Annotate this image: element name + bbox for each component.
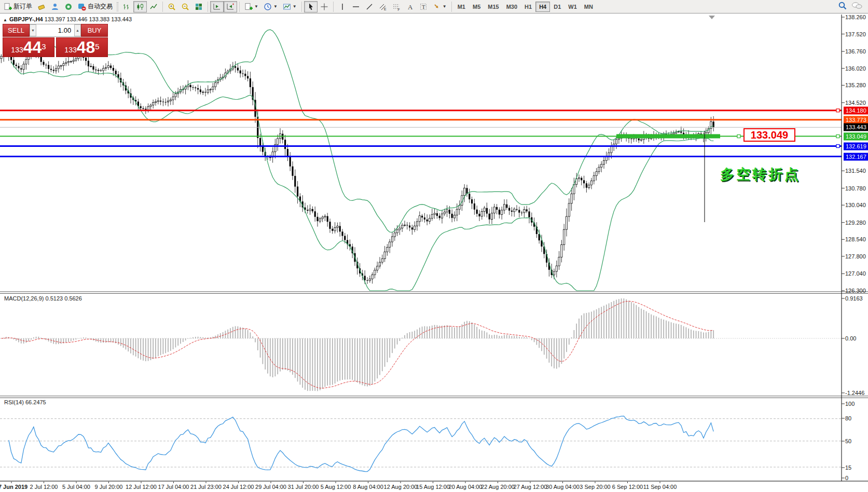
new-order-label: 新订单 [13, 2, 32, 11]
timeframe-m1-button[interactable]: M1 [454, 2, 469, 12]
date-tick-label: 15 Aug 12:00 [416, 484, 450, 490]
crosshair-icon [320, 3, 328, 11]
date-tick-label: 9 Jul 20:00 [95, 484, 123, 490]
chart-window[interactable]: ▲GBPJPY-,H4 133.397 133.446 133.383 133.… [0, 13, 868, 492]
main-toolbar: 新订单 自动交易 ▼ ▼ [0, 0, 868, 13]
timeframe-h1-button[interactable]: H1 [521, 2, 535, 12]
timeframe-h4-button[interactable]: H4 [535, 2, 550, 12]
price-tick-label: 137.520 [845, 31, 866, 37]
chevron-down-icon: ▼ [293, 4, 297, 9]
chat-icon[interactable] [851, 1, 863, 12]
rsi-tick-label: 100 [845, 401, 855, 407]
tile-windows-icon [195, 3, 203, 11]
bar-chart-icon [122, 3, 131, 11]
text-label-button[interactable]: T [417, 1, 430, 12]
price-tick-label: 128.540 [845, 236, 866, 242]
timeframe-m15-button[interactable]: M15 [484, 2, 502, 12]
macd-tick-label: -1.2446 [845, 390, 864, 396]
cursor-button[interactable] [304, 1, 318, 12]
rsi-tick-label: 50 [845, 438, 851, 444]
macd-histogram [1, 298, 713, 391]
sell-button[interactable]: SELL [3, 24, 30, 37]
eraser-icon [37, 3, 46, 11]
autotrade-button[interactable]: 自动交易 [75, 1, 115, 12]
templates-icon [283, 3, 291, 11]
price-line-label: 133.773 [844, 116, 868, 124]
vertical-line-button[interactable] [336, 1, 349, 12]
sell-price[interactable]: 133443 [3, 37, 54, 57]
price-tick-label: 131.540 [845, 168, 866, 174]
zoom-in-button[interactable] [165, 1, 178, 12]
volume-input[interactable] [36, 24, 74, 36]
chart-canvas[interactable] [0, 13, 868, 492]
vertical-line-icon [338, 3, 347, 11]
clock-icon [264, 3, 272, 11]
auto-scroll-button[interactable] [224, 1, 237, 12]
timeframe-group: M1M5M15M30H1H4D1W1MN [454, 2, 597, 12]
new-order-icon [4, 3, 12, 11]
eraser-button[interactable] [35, 1, 48, 12]
line-chart-icon [149, 3, 158, 11]
timeframe-d1-button[interactable]: D1 [550, 2, 564, 12]
price-line-label: 133.443 [844, 124, 868, 131]
price-tick-label: 136.020 [845, 65, 866, 72]
period-button[interactable]: ▼ [261, 1, 280, 12]
crosshair-button[interactable] [318, 1, 331, 12]
horizontal-line-button[interactable] [349, 1, 363, 12]
timeframe-mn-button[interactable]: MN [581, 2, 597, 12]
arrows-button[interactable]: ▼ [430, 1, 449, 12]
new-chart-button[interactable]: ▼ [242, 1, 261, 12]
community-icon [51, 3, 59, 11]
price-tick-label: 130.780 [845, 185, 866, 192]
new-order-button[interactable]: 新订单 [1, 1, 35, 12]
buy-price-prefix: 133 [64, 45, 76, 55]
rsi-tick-label: 80 [845, 415, 851, 421]
trendline-icon [365, 3, 374, 11]
date-tick-label: 30 Aug 04:00 [546, 484, 580, 490]
price-line-label: 132.619 [844, 142, 868, 150]
bollinger-lower-band [11, 62, 714, 291]
buy-button[interactable]: BUY [81, 24, 108, 37]
svg-text:T: T [422, 4, 425, 10]
candlestick-chart-button[interactable] [133, 1, 147, 12]
svg-text:E: E [384, 7, 387, 11]
bar-chart-button[interactable] [120, 1, 133, 12]
collapse-ohlc-icon[interactable]: ▲ [3, 18, 7, 22]
shift-end-button[interactable] [210, 1, 224, 12]
fibonacci-button[interactable]: F [390, 1, 403, 12]
line-chart-button[interactable] [147, 1, 160, 12]
search-icon[interactable] [838, 1, 847, 12]
buy-price[interactable]: 133485 [56, 37, 108, 57]
text-button[interactable]: A [403, 1, 417, 12]
price-level-tag[interactable]: 133.049 [743, 128, 795, 142]
date-tick-label: 3 Sep 20:00 [580, 484, 610, 490]
equidistant-channel-button[interactable]: E [376, 1, 390, 12]
line-handle [836, 145, 839, 148]
sounds-button[interactable] [62, 1, 75, 12]
toolbar-grip [117, 2, 118, 11]
volume-decrease-button[interactable]: ▼ [30, 24, 36, 36]
macd-name: MACD(12,26,9) [4, 295, 44, 302]
templates-button[interactable]: ▼ [280, 1, 299, 12]
timeframe-w1-button[interactable]: W1 [564, 2, 581, 12]
buy-price-big: 48 [77, 39, 95, 55]
chevron-down-icon: ▼ [254, 4, 258, 9]
date-tick-label: 6 Sep 12:00 [612, 484, 643, 490]
rsi-tick-label: 0 [845, 475, 848, 481]
zoom-out-button[interactable] [178, 1, 192, 12]
line-handle [836, 135, 839, 138]
trendline-button[interactable] [363, 1, 376, 12]
chart-text-annotation[interactable]: 多空转折点 [720, 165, 801, 184]
cursor-icon [307, 3, 315, 11]
timeframe-m30-button[interactable]: M30 [503, 2, 521, 12]
line-handle [836, 109, 839, 112]
sell-price-prefix: 133 [11, 45, 23, 55]
community-button[interactable] [48, 1, 62, 12]
macd-tick-label: 0.00 [845, 335, 856, 341]
rsi-indicator-label: RSI(14) 66.2475 [4, 399, 46, 405]
volume-increase-button[interactable]: ▲ [74, 24, 81, 36]
date-tick-label: 24 Jul 12:00 [223, 484, 254, 490]
price-line-label: 132.167 [844, 153, 868, 160]
tile-windows-button[interactable] [192, 1, 205, 12]
timeframe-m5-button[interactable]: M5 [469, 2, 484, 12]
